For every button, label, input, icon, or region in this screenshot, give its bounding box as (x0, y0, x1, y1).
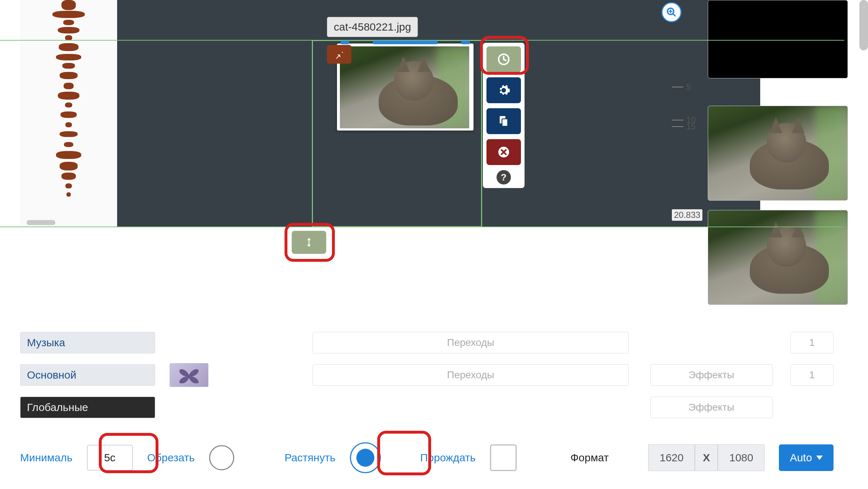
transitions-count-2[interactable] (790, 364, 834, 386)
clip-toolbox: ? (483, 43, 525, 188)
layer-global-label: Глобальные (27, 401, 88, 413)
spawn-checkbox[interactable] (490, 444, 517, 471)
marker-5: 5 (686, 82, 691, 92)
transitions-count-1[interactable] (790, 332, 834, 353)
thumbnail-cat-1[interactable] (708, 106, 848, 201)
transitions-button-2[interactable]: Переходы (313, 364, 629, 386)
clip-grip-right[interactable] (461, 41, 470, 44)
stretch-handle[interactable] (292, 231, 326, 254)
format-x: X (695, 444, 718, 471)
clip-thumbnail (340, 46, 469, 128)
layer-music[interactable]: Музыка (20, 332, 155, 353)
crop-label: Обрезать (147, 452, 195, 464)
thumbnail-cat-2[interactable] (708, 210, 848, 305)
thumbnail-column: 5 10 15 20.833 (672, 0, 848, 305)
zoom-in-button[interactable] (661, 2, 682, 22)
stretch-label: Растянуть (285, 452, 336, 464)
marker-15: 15 (686, 122, 696, 132)
svg-rect-2 (502, 119, 508, 127)
layer-main-label: Основной (27, 369, 77, 381)
spawn-label: Порождать (420, 452, 476, 464)
layer-global[interactable]: Глобальные (20, 397, 155, 418)
copy-icon (497, 114, 511, 128)
filename-text: cat-4580221.jpg (334, 21, 411, 33)
bottom-settings: Минималь Обрезать Растянуть Порождать Фо… (20, 442, 848, 473)
settings-button[interactable] (486, 77, 521, 103)
transitions-label-1: Переходы (447, 337, 494, 348)
filename-tooltip: cat-4580221.jpg (327, 17, 418, 37)
help-icon: ? (501, 172, 507, 183)
arrows-vertical-icon (304, 236, 314, 249)
effects-button-1[interactable]: Эффекты (650, 364, 772, 386)
format-width[interactable] (648, 444, 695, 471)
controls-panel: Музыка Переходы Основной Переходы Эффект… (20, 331, 848, 428)
transitions-label-2: Переходы (447, 369, 494, 381)
thumbnail-black[interactable] (708, 0, 848, 78)
pin-icon (334, 49, 345, 60)
zoom-in-icon (666, 7, 677, 18)
gear-icon (497, 83, 511, 97)
format-auto-button[interactable]: Auto (779, 444, 834, 471)
clip-top-handle[interactable] (373, 41, 438, 44)
effects-label-2: Эффекты (688, 402, 734, 413)
scrollbar-vertical[interactable] (859, 0, 868, 50)
format-label: Формат (571, 452, 609, 464)
minimal-label: Минималь (20, 452, 73, 464)
minimal-input[interactable] (87, 445, 133, 471)
scrollbar-horizontal[interactable] (27, 220, 55, 225)
transitions-button-1[interactable]: Переходы (313, 332, 629, 353)
delete-icon (497, 146, 510, 159)
copy-button[interactable] (486, 108, 521, 134)
stretch-radio[interactable] (350, 442, 381, 473)
effects-label-1: Эффекты (688, 369, 734, 381)
butterfly-icon (178, 367, 200, 383)
clip-grip-left[interactable] (341, 41, 349, 44)
marker-20833: 20.833 (672, 209, 702, 221)
effects-button-2[interactable]: Эффекты (650, 397, 772, 418)
layer-music-label: Музыка (27, 337, 65, 349)
crop-radio[interactable] (209, 445, 234, 470)
clip-card[interactable] (337, 44, 474, 131)
auto-label: Auto (790, 452, 812, 464)
pin-button[interactable] (327, 45, 351, 64)
help-button[interactable]: ? (497, 170, 511, 184)
audio-waveform (43, 0, 94, 205)
delete-button[interactable] (486, 139, 521, 165)
layer-main[interactable]: Основной (20, 364, 155, 386)
clock-icon (497, 52, 511, 66)
timing-button[interactable] (486, 46, 521, 72)
waveform-panel (20, 0, 117, 227)
format-height[interactable] (718, 444, 765, 471)
caret-down-icon (816, 456, 823, 460)
butterfly-thumb[interactable] (170, 363, 208, 387)
